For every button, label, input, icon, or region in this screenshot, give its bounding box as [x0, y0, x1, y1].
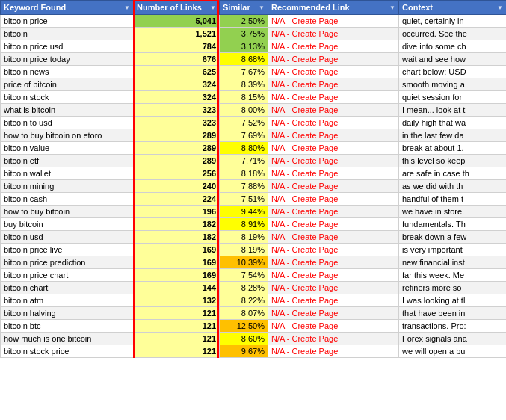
- recommended-cell[interactable]: N/A - Create Page: [268, 104, 399, 117]
- recommended-cell[interactable]: N/A - Create Page: [268, 218, 399, 231]
- create-page-link[interactable]: N/A - Create Page: [271, 156, 338, 165]
- recommended-cell[interactable]: N/A - Create Page: [268, 53, 399, 66]
- create-page-link[interactable]: N/A - Create Page: [271, 321, 338, 330]
- recommended-cell[interactable]: N/A - Create Page: [268, 28, 399, 40]
- recommended-cell[interactable]: N/A - Create Page: [268, 117, 399, 129]
- create-page-link[interactable]: N/A - Create Page: [271, 258, 338, 267]
- create-page-link[interactable]: N/A - Create Page: [271, 207, 338, 216]
- recommended-cell[interactable]: N/A - Create Page: [268, 269, 399, 282]
- table-row: bitcoin value2898.80%N/A - Create Pagebr…: [1, 142, 507, 155]
- create-page-link[interactable]: N/A - Create Page: [271, 131, 338, 140]
- recommended-cell[interactable]: N/A - Create Page: [268, 66, 399, 78]
- similar-cell: 8.15%: [220, 91, 268, 104]
- links-cell: 784: [134, 40, 220, 53]
- similar-header[interactable]: Similar ▼: [220, 1, 268, 15]
- links-cell: 182: [134, 231, 220, 244]
- keyword-cell: bitcoin mining: [1, 180, 134, 193]
- create-page-link[interactable]: N/A - Create Page: [271, 118, 338, 127]
- create-page-link[interactable]: N/A - Create Page: [271, 29, 338, 38]
- create-page-link[interactable]: N/A - Create Page: [271, 220, 338, 229]
- context-cell: far this week. Me: [399, 269, 507, 282]
- links-cell: 196: [134, 206, 220, 218]
- recommended-cell[interactable]: N/A - Create Page: [268, 193, 399, 206]
- recommended-cell[interactable]: N/A - Create Page: [268, 155, 399, 167]
- recommended-cell[interactable]: N/A - Create Page: [268, 180, 399, 193]
- keyword-cell: bitcoin price: [1, 15, 134, 28]
- similar-cell: 7.51%: [220, 193, 268, 206]
- create-page-link[interactable]: N/A - Create Page: [271, 182, 338, 191]
- recommended-cell[interactable]: N/A - Create Page: [268, 78, 399, 91]
- recommended-cell[interactable]: N/A - Create Page: [268, 282, 399, 294]
- recommended-cell[interactable]: N/A - Create Page: [268, 40, 399, 53]
- recommended-cell[interactable]: N/A - Create Page: [268, 206, 399, 218]
- context-cell: quiet, certainly in: [399, 15, 507, 28]
- recommended-cell[interactable]: N/A - Create Page: [268, 142, 399, 155]
- data-table-wrapper: Keyword Found ▼ Number of Links ▼ Simila…: [0, 0, 506, 358]
- recommended-cell[interactable]: N/A - Create Page: [268, 333, 399, 345]
- create-page-link[interactable]: N/A - Create Page: [271, 55, 338, 64]
- recommended-cell[interactable]: N/A - Create Page: [268, 256, 399, 269]
- table-row: how to buy bitcoin on etoro2897.69%N/A -…: [1, 129, 507, 142]
- similar-cell: 7.52%: [220, 117, 268, 129]
- similar-cell: 8.19%: [220, 244, 268, 256]
- create-page-link[interactable]: N/A - Create Page: [271, 194, 338, 203]
- create-page-link[interactable]: N/A - Create Page: [271, 232, 338, 241]
- recommended-cell[interactable]: N/A - Create Page: [268, 231, 399, 244]
- context-cell: refiners more so: [399, 282, 507, 294]
- create-page-link[interactable]: N/A - Create Page: [271, 347, 338, 356]
- recommended-cell[interactable]: N/A - Create Page: [268, 129, 399, 142]
- create-page-link[interactable]: N/A - Create Page: [271, 169, 338, 178]
- links-filter-icon[interactable]: ▼: [210, 4, 216, 11]
- links-cell: 240: [134, 180, 220, 193]
- similar-cell: 8.19%: [220, 231, 268, 244]
- create-page-link[interactable]: N/A - Create Page: [271, 296, 338, 305]
- recommended-cell[interactable]: N/A - Create Page: [268, 167, 399, 180]
- links-cell: 169: [134, 269, 220, 282]
- table-row: bitcoin stock price1219.67%N/A - Create …: [1, 345, 507, 358]
- keyword-cell: price of bitcoin: [1, 78, 134, 91]
- context-header[interactable]: Context ▼: [399, 1, 507, 15]
- table-row: how to buy bitcoin1969.44%N/A - Create P…: [1, 206, 507, 218]
- create-page-link[interactable]: N/A - Create Page: [271, 245, 338, 254]
- create-page-link[interactable]: N/A - Create Page: [271, 42, 338, 51]
- table-row: bitcoin halving1218.07%N/A - Create Page…: [1, 307, 507, 320]
- create-page-link[interactable]: N/A - Create Page: [271, 143, 338, 152]
- links-cell: 256: [134, 167, 220, 180]
- create-page-link[interactable]: N/A - Create Page: [271, 309, 338, 318]
- keyword-cell: bitcoin price prediction: [1, 256, 134, 269]
- recommended-cell[interactable]: N/A - Create Page: [268, 244, 399, 256]
- create-page-link[interactable]: N/A - Create Page: [271, 80, 338, 89]
- links-header[interactable]: Number of Links ▼: [134, 1, 220, 15]
- recommended-cell[interactable]: N/A - Create Page: [268, 307, 399, 320]
- context-filter-icon[interactable]: ▼: [497, 4, 503, 11]
- links-cell: 182: [134, 218, 220, 231]
- context-cell: fundamentals. Th: [399, 218, 507, 231]
- keyword-header[interactable]: Keyword Found ▼: [1, 1, 134, 15]
- create-page-link[interactable]: N/A - Create Page: [271, 93, 338, 102]
- context-cell: smooth moving a: [399, 78, 507, 91]
- create-page-link[interactable]: N/A - Create Page: [271, 334, 338, 343]
- recommended-cell[interactable]: N/A - Create Page: [268, 15, 399, 28]
- context-cell: dive into some ch: [399, 40, 507, 53]
- similar-filter-icon[interactable]: ▼: [259, 4, 265, 11]
- keyword-cell: bitcoin price usd: [1, 40, 134, 53]
- table-row: bitcoin price chart1697.54%N/A - Create …: [1, 269, 507, 282]
- links-cell: 5,041: [134, 15, 220, 28]
- keyword-cell: bitcoin to usd: [1, 117, 134, 129]
- recommended-cell[interactable]: N/A - Create Page: [268, 320, 399, 333]
- create-page-link[interactable]: N/A - Create Page: [271, 271, 338, 280]
- recommended-header[interactable]: Recommended Link ▼: [268, 1, 399, 15]
- create-page-link[interactable]: N/A - Create Page: [271, 105, 338, 114]
- recommended-cell[interactable]: N/A - Create Page: [268, 91, 399, 104]
- recommended-cell[interactable]: N/A - Create Page: [268, 294, 399, 307]
- recommended-cell[interactable]: N/A - Create Page: [268, 345, 399, 358]
- create-page-link[interactable]: N/A - Create Page: [271, 67, 338, 76]
- similar-cell: 8.68%: [220, 53, 268, 66]
- create-page-link[interactable]: N/A - Create Page: [271, 283, 338, 292]
- table-row: bitcoin chart1448.28%N/A - Create Pagere…: [1, 282, 507, 294]
- create-page-link[interactable]: N/A - Create Page: [271, 16, 338, 25]
- similar-cell: 8.91%: [220, 218, 268, 231]
- recommended-filter-icon[interactable]: ▼: [389, 4, 395, 11]
- context-cell: as we did with th: [399, 180, 507, 193]
- keyword-filter-icon[interactable]: ▼: [124, 4, 130, 11]
